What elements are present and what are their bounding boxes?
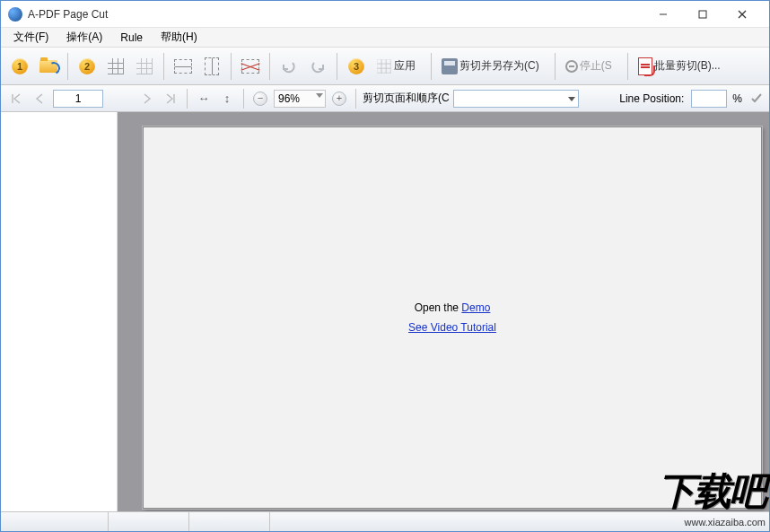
redo-button[interactable] xyxy=(304,53,331,80)
toolbar-separator xyxy=(163,53,164,80)
open-file-button[interactable] xyxy=(35,53,62,80)
toolbar-separator xyxy=(67,53,68,80)
page-number-input[interactable] xyxy=(53,90,103,108)
chevron-down-icon xyxy=(316,93,323,98)
redo-icon xyxy=(309,59,327,74)
folder-open-icon xyxy=(39,60,57,73)
batch-label: 批量剪切(B)... xyxy=(652,58,726,74)
last-page-icon xyxy=(165,93,176,104)
app-window: A-PDF Page Cut 文件(F) 操作(A) Rule 帮助(H) 1 … xyxy=(0,0,770,532)
toolbar-separator xyxy=(431,53,432,80)
nav-separator xyxy=(187,89,188,109)
step-1-badge[interactable]: 1 xyxy=(6,53,33,80)
first-page-button[interactable] xyxy=(6,89,26,109)
check-icon xyxy=(750,92,763,105)
undo-icon xyxy=(280,59,298,74)
cut-save-button[interactable]: 剪切并另存为(C) xyxy=(437,53,549,80)
main-toolbar: 1 2 3 应用 剪切并另存为(C) 停止(S xyxy=(1,48,769,85)
maximize-icon xyxy=(698,10,707,19)
first-page-icon xyxy=(11,93,22,104)
app-icon xyxy=(8,7,22,22)
zoom-in-icon: + xyxy=(332,92,346,106)
status-cell xyxy=(109,512,189,531)
apply-label: 应用 xyxy=(392,58,421,74)
step-2-badge[interactable]: 2 xyxy=(74,53,101,80)
grid-button[interactable] xyxy=(102,53,129,80)
menubar: 文件(F) 操作(A) Rule 帮助(H) xyxy=(1,28,769,48)
badge-3-icon: 3 xyxy=(348,58,364,74)
zoom-out-button[interactable]: − xyxy=(250,89,270,109)
cut-sequence-combo[interactable] xyxy=(453,90,579,108)
close-button[interactable] xyxy=(722,2,762,27)
delete-cut-icon xyxy=(241,59,259,74)
nav-separator xyxy=(355,89,356,109)
confirm-position-button[interactable] xyxy=(749,92,764,106)
grid-dashed-icon xyxy=(136,58,153,74)
last-page-button[interactable] xyxy=(161,89,180,109)
titlebar: A-PDF Page Cut xyxy=(1,1,769,28)
step-3-badge[interactable]: 3 xyxy=(343,53,370,80)
open-demo-row: Open the Demo xyxy=(415,301,491,314)
statusbar xyxy=(1,511,769,531)
maximize-button[interactable] xyxy=(683,2,722,27)
cut-save-label: 剪切并另存为(C) xyxy=(458,58,545,74)
batch-cut-button[interactable]: 批量剪切(B)... xyxy=(634,53,731,80)
toolbar-separator xyxy=(555,53,556,80)
grid-icon xyxy=(108,58,124,74)
content-area: Open the Demo See Video Tutorial xyxy=(1,112,769,511)
fit-width-button[interactable]: ↔ xyxy=(194,89,214,109)
toolbar-separator xyxy=(337,53,337,80)
prev-page-icon xyxy=(35,93,44,104)
undo-button[interactable] xyxy=(276,53,302,80)
window-title: A-PDF Page Cut xyxy=(28,8,643,21)
close-icon xyxy=(738,10,747,19)
prev-page-button[interactable] xyxy=(30,89,49,109)
cut-horizontal-button[interactable] xyxy=(170,53,197,80)
delete-cut-button[interactable] xyxy=(237,53,264,80)
grid-dashed-button[interactable] xyxy=(131,53,158,80)
zoom-in-button[interactable]: + xyxy=(329,89,349,109)
fit-height-button[interactable]: ↕ xyxy=(217,89,237,109)
cut-vertical-icon xyxy=(205,57,219,75)
status-cell xyxy=(1,512,109,531)
chevron-down-icon xyxy=(568,97,575,101)
apply-grid-icon xyxy=(377,59,390,73)
stop-label: 停止(S xyxy=(578,58,617,74)
document-page: Open the Demo See Video Tutorial xyxy=(143,126,762,509)
open-prefix-text: Open the xyxy=(415,301,462,314)
toolbar-separator xyxy=(231,53,232,80)
nav-separator xyxy=(243,89,244,109)
svg-rect-1 xyxy=(699,11,706,18)
stop-icon xyxy=(565,60,578,73)
zoom-combo[interactable]: 96% xyxy=(274,90,326,108)
canvas-area[interactable]: Open the Demo See Video Tutorial xyxy=(118,112,769,511)
cut-sequence-label: 剪切页面和顺序(C xyxy=(363,91,450,106)
status-cell xyxy=(270,512,769,531)
cut-horizontal-icon xyxy=(174,59,192,74)
percent-label: % xyxy=(731,92,746,105)
fit-height-icon: ↕ xyxy=(218,92,236,106)
menu-rule[interactable]: Rule xyxy=(111,30,152,46)
navigation-toolbar: ↔ ↕ − 96% + 剪切页面和顺序(C Line Position: % xyxy=(1,85,769,112)
minimize-icon xyxy=(659,10,668,19)
toolbar-separator xyxy=(627,53,628,80)
tutorial-link[interactable]: See Video Tutorial xyxy=(408,321,496,334)
thumbnail-panel[interactable] xyxy=(1,112,118,511)
line-position-input[interactable] xyxy=(691,90,727,108)
demo-link[interactable]: Demo xyxy=(461,301,490,314)
toolbar-separator xyxy=(269,53,270,80)
badge-1-icon: 1 xyxy=(12,58,28,74)
tutorial-row: See Video Tutorial xyxy=(408,321,496,334)
line-position-label: Line Position: xyxy=(619,92,687,105)
apply-button[interactable]: 应用 xyxy=(372,53,425,80)
menu-operate[interactable]: 操作(A) xyxy=(57,28,111,47)
next-page-button[interactable] xyxy=(137,89,157,109)
menu-file[interactable]: 文件(F) xyxy=(4,28,57,47)
window-controls xyxy=(643,2,762,27)
cut-vertical-button[interactable] xyxy=(198,53,225,80)
zoom-out-icon: − xyxy=(253,92,267,106)
menu-help[interactable]: 帮助(H) xyxy=(152,28,206,47)
pdf-batch-icon xyxy=(638,57,652,75)
fit-width-icon: ↔ xyxy=(195,92,213,106)
minimize-button[interactable] xyxy=(643,2,683,27)
